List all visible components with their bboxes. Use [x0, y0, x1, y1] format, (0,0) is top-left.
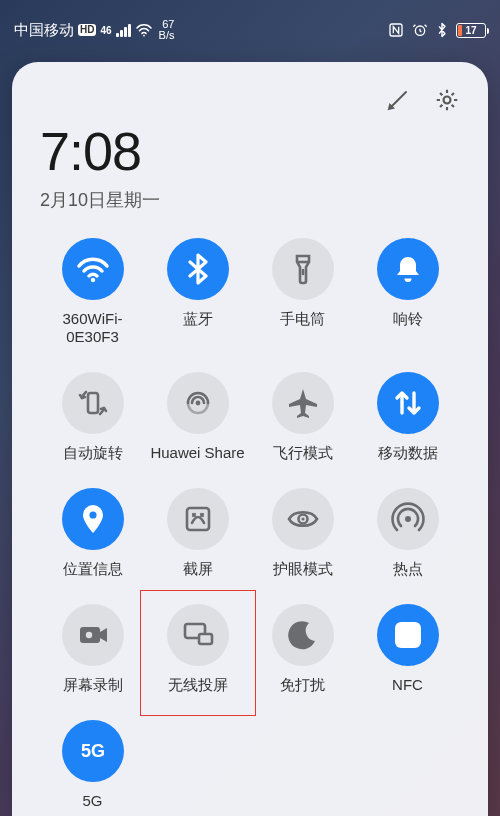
screenrecord-label: 屏幕录制 [63, 676, 123, 694]
tile-5g: 5G [41, 720, 145, 810]
location-label: 位置信息 [63, 560, 123, 578]
ringer-toggle[interactable] [377, 238, 439, 300]
tile-bluetooth: 蓝牙 [146, 238, 250, 346]
svg-point-0 [143, 35, 145, 37]
wifi-label: 360WiFi-0E30F3 [62, 310, 122, 346]
bluetooth-label: 蓝牙 [183, 310, 213, 328]
huaweishare-toggle[interactable] [167, 372, 229, 434]
bluetooth-toggle[interactable] [167, 238, 229, 300]
airplane-toggle[interactable] [272, 372, 334, 434]
data-icon [390, 385, 426, 421]
tile-airplane: 飞行模式 [251, 372, 355, 462]
hotspot-label: 热点 [393, 560, 423, 578]
eyecomfort-toggle[interactable] [272, 488, 334, 550]
hotspot-toggle[interactable] [377, 488, 439, 550]
tile-nfc: NFC [356, 604, 460, 694]
flashlight-toggle[interactable] [272, 238, 334, 300]
tiles-grid: 360WiFi-0E30F3蓝牙手电筒响铃自动旋转Huawei Share飞行模… [40, 238, 460, 810]
cast-toggle[interactable] [167, 604, 229, 666]
tile-hotspot: 热点 [356, 488, 460, 578]
gear-icon[interactable] [434, 87, 460, 113]
rotate-icon [75, 385, 111, 421]
screenshot-icon [180, 501, 216, 537]
nfc-status-icon [388, 22, 404, 38]
tile-screenrecord: 屏幕录制 [41, 604, 145, 694]
panel-actions [40, 86, 460, 114]
bluetooth-icon [180, 251, 216, 287]
tile-mobiledata: 移动数据 [356, 372, 460, 462]
quick-settings-panel: 7:08 2月10日星期一 360WiFi-0E30F3蓝牙手电筒响铃自动旋转H… [12, 62, 488, 816]
status-bar: 中国移动 HD 46 67B/s 17 [0, 0, 500, 54]
record-icon [75, 617, 111, 653]
cast-label: 无线投屏 [168, 676, 228, 694]
battery-icon: 17 [456, 23, 486, 38]
airplane-icon [285, 385, 321, 421]
autorotate-label: 自动旋转 [63, 444, 123, 462]
network-gen: 46 [100, 25, 111, 36]
share-icon [180, 385, 216, 421]
alarm-status-icon [412, 22, 428, 38]
tile-wifi: 360WiFi-0E30F3 [41, 238, 145, 346]
tile-flashlight: 手电筒 [251, 238, 355, 346]
mobiledata-toggle[interactable] [377, 372, 439, 434]
tile-location: 位置信息 [41, 488, 145, 578]
hd-badge: HD [78, 24, 96, 36]
dnd-toggle[interactable] [272, 604, 334, 666]
nfc-toggle[interactable] [377, 604, 439, 666]
screenrecord-toggle[interactable] [62, 604, 124, 666]
bluetooth-status-icon [436, 22, 448, 38]
wifi-icon [75, 251, 111, 287]
dnd-label: 免打扰 [280, 676, 325, 694]
screenshot-toggle[interactable] [167, 488, 229, 550]
location-toggle[interactable] [62, 488, 124, 550]
airplane-label: 飞行模式 [273, 444, 333, 462]
date: 2月10日星期一 [40, 188, 460, 212]
5g-icon [75, 733, 111, 769]
huaweishare-label: Huawei Share [150, 444, 244, 462]
network-speed: 67B/s [157, 19, 175, 41]
tile-dnd: 免打扰 [251, 604, 355, 694]
eye-icon [285, 501, 321, 537]
svg-point-3 [444, 97, 451, 104]
mobiledata-label: 移动数据 [378, 444, 438, 462]
wifi-status-icon [135, 23, 153, 37]
signal-icon [116, 23, 131, 37]
nfc-icon [390, 617, 426, 653]
5g-label: 5G [82, 792, 102, 810]
clock: 7:08 [40, 120, 460, 182]
tile-ringer: 响铃 [356, 238, 460, 346]
status-left: 中国移动 HD 46 67B/s [14, 19, 174, 41]
tile-eyecomfort: 护眼模式 [251, 488, 355, 578]
screenshot-label: 截屏 [183, 560, 213, 578]
flashlight-label: 手电筒 [280, 310, 325, 328]
ringer-label: 响铃 [393, 310, 423, 328]
nfc-label: NFC [392, 676, 423, 694]
autorotate-toggle[interactable] [62, 372, 124, 434]
edit-icon[interactable] [386, 88, 410, 112]
carrier-label: 中国移动 [14, 21, 74, 40]
5g-toggle[interactable] [62, 720, 124, 782]
moon-icon [285, 617, 321, 653]
tile-huaweishare: Huawei Share [146, 372, 250, 462]
wifi-toggle[interactable] [62, 238, 124, 300]
hotspot-icon [390, 501, 426, 537]
location-icon [75, 501, 111, 537]
tile-cast: 无线投屏 [146, 604, 250, 694]
tile-autorotate: 自动旋转 [41, 372, 145, 462]
tile-screenshot: 截屏 [146, 488, 250, 578]
eyecomfort-label: 护眼模式 [273, 560, 333, 578]
cast-icon [180, 617, 216, 653]
status-right: 17 [388, 22, 486, 38]
bell-icon [390, 251, 426, 287]
flashlight-icon [285, 251, 321, 287]
